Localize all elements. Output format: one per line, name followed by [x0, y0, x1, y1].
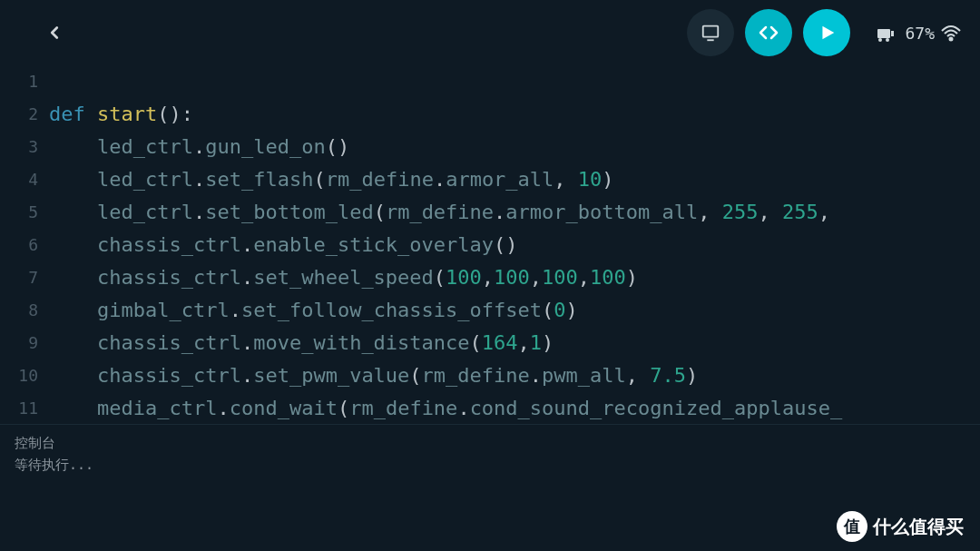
line-number: 4	[0, 163, 38, 196]
line-number: 9	[0, 327, 38, 359]
code-line[interactable]: chassis_ctrl.set_wheel_speed(100,100,100…	[49, 261, 980, 294]
code-line[interactable]: led_ctrl.set_flash(rm_define.armor_all, …	[49, 163, 980, 196]
topbar: 67%	[0, 0, 980, 65]
svg-point-4	[878, 38, 882, 42]
code-editor[interactable]: 1234567891011 def start(): led_ctrl.gun_…	[0, 65, 980, 424]
robot-icon	[876, 24, 899, 42]
svg-rect-6	[891, 31, 894, 36]
back-button[interactable]	[36, 15, 73, 51]
line-number: 1	[0, 65, 38, 98]
status-bar: 67%	[876, 24, 962, 43]
battery-text: 67%	[905, 24, 935, 43]
line-number: 10	[0, 359, 38, 392]
line-number: 11	[0, 392, 38, 424]
svg-rect-0	[703, 26, 719, 37]
code-line[interactable]: led_ctrl.gun_led_on()	[49, 131, 980, 163]
code-line[interactable]: chassis_ctrl.move_with_distance(164,1)	[49, 327, 980, 359]
code-icon	[758, 22, 779, 44]
play-icon	[817, 23, 837, 43]
code-line[interactable]: gimbal_ctrl.set_follow_chassis_offset(0)	[49, 294, 980, 327]
console-status: 等待执行...	[15, 454, 965, 476]
watermark-badge: 值	[837, 511, 867, 542]
code-line[interactable]: def start():	[49, 98, 980, 131]
run-button[interactable]	[803, 9, 850, 56]
watermark-text: 什么值得买	[873, 515, 964, 539]
svg-point-7	[950, 38, 953, 41]
line-number: 7	[0, 261, 38, 294]
line-number: 5	[0, 196, 38, 229]
console-title: 控制台	[15, 432, 965, 454]
svg-point-5	[886, 38, 889, 42]
code-view-button[interactable]	[745, 9, 792, 56]
console-panel: 控制台 等待执行...	[0, 424, 980, 483]
watermark: 值 什么值得买	[837, 511, 964, 542]
code-area[interactable]: def start(): led_ctrl.gun_led_on() led_c…	[49, 65, 980, 424]
line-gutter: 1234567891011	[0, 65, 49, 424]
screen-icon	[701, 23, 720, 43]
line-number: 8	[0, 294, 38, 327]
svg-marker-2	[823, 26, 835, 40]
code-line[interactable]: media_ctrl.cond_wait(rm_define.cond_soun…	[49, 392, 980, 424]
svg-rect-3	[877, 29, 890, 38]
screen-button[interactable]	[687, 9, 734, 56]
chevron-left-icon	[44, 23, 64, 43]
code-line[interactable]	[49, 65, 980, 98]
code-line[interactable]: chassis_ctrl.enable_stick_overlay()	[49, 229, 980, 261]
wifi-icon	[940, 24, 962, 42]
code-line[interactable]: chassis_ctrl.set_pwm_value(rm_define.pwm…	[49, 359, 980, 392]
line-number: 2	[0, 98, 38, 131]
line-number: 3	[0, 131, 38, 163]
code-line[interactable]: led_ctrl.set_bottom_led(rm_define.armor_…	[49, 196, 980, 229]
line-number: 6	[0, 229, 38, 261]
